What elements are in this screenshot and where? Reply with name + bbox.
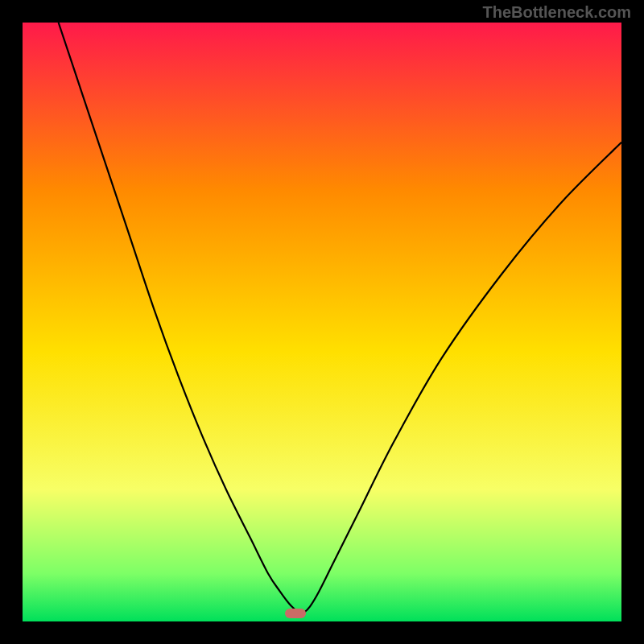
optimum-marker bbox=[285, 609, 306, 618]
chart-area bbox=[23, 23, 621, 621]
watermark-text: TheBottleneck.com bbox=[483, 3, 631, 22]
bottleneck-curve bbox=[23, 23, 621, 621]
